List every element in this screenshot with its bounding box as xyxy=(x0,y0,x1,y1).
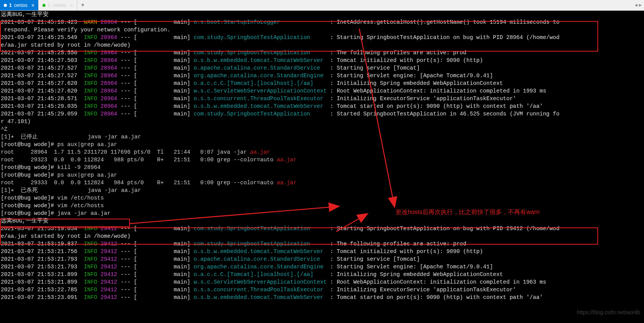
status-dot-icon xyxy=(4,4,7,7)
annotation-text: 更改hosts后再次执行，比之前快了很多，不再有warn xyxy=(396,208,540,216)
watermark: https://blog.csdn.net/worilb xyxy=(577,309,640,315)
add-tab-button[interactable]: + xyxy=(77,0,88,10)
tab-1-centos[interactable]: 1 centos × xyxy=(0,0,39,10)
tab-nav-right-icon[interactable]: ▶ xyxy=(639,2,642,8)
terminal-output[interactable]: 远离BUG,一生平安2021-03-07 21:45:10.423 WARN 2… xyxy=(0,11,644,323)
tab-nav: ◀ ▶ xyxy=(633,0,644,10)
status-dot-icon xyxy=(42,4,45,7)
tab-label: centos xyxy=(53,3,66,8)
tab-2-centos[interactable]: 2 centos × xyxy=(39,0,77,10)
tab-number: 1 xyxy=(9,3,12,8)
tab-number: 2 xyxy=(48,3,50,8)
tab-bar: 1 centos × 2 centos × + ◀ ▶ xyxy=(0,0,644,11)
tab-label: centos xyxy=(14,3,28,8)
tab-nav-left-icon[interactable]: ◀ xyxy=(635,2,638,8)
close-icon[interactable]: × xyxy=(70,2,73,8)
close-icon[interactable]: × xyxy=(31,2,34,8)
